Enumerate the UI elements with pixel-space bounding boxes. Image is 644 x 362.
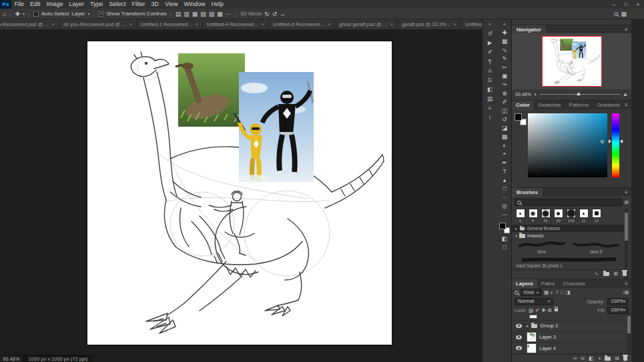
layer-name[interactable]: Layer 4 xyxy=(539,345,556,351)
tool-preset-caret-icon[interactable]: ▾ xyxy=(23,11,25,16)
tab-patterns[interactable]: Patterns xyxy=(565,101,593,110)
new-group-icon[interactable] xyxy=(603,272,609,276)
blend-mode-dropdown[interactable]: Normal▾ xyxy=(515,298,553,305)
brush-item-wide[interactable]: Hard Square 36 pixels 1 xyxy=(516,256,622,269)
smart-object-filter-icon[interactable]: ◨ xyxy=(566,289,571,295)
add-mask-icon[interactable]: ◧ xyxy=(589,355,594,361)
delete-brush-icon[interactable] xyxy=(623,271,627,276)
delete-layer-icon[interactable] xyxy=(623,356,627,361)
layer-row-partial[interactable] xyxy=(512,314,631,321)
frame-tool[interactable]: ▣ xyxy=(499,73,510,79)
color-field-marker[interactable] xyxy=(601,140,604,143)
tab-close-icon[interactable]: × xyxy=(196,22,198,27)
align-center-icon[interactable]: ▥ xyxy=(184,11,190,17)
color-panel-menu-icon[interactable]: ≡ xyxy=(625,102,628,108)
brush-preset[interactable]: 13 xyxy=(591,209,601,224)
character-panel-icon[interactable]: A xyxy=(485,67,495,74)
document-tab[interactable]: Untitled-6 Recovered…× xyxy=(269,19,335,29)
tab-close-icon[interactable]: × xyxy=(328,22,330,27)
target-caret-icon[interactable]: ▾ xyxy=(87,11,89,16)
navigator-zoom-slider[interactable] xyxy=(540,94,620,95)
workspace-switcher-icon[interactable]: ▦ xyxy=(621,11,627,17)
scrollbar-thumb[interactable] xyxy=(627,316,631,333)
brush-preset[interactable]: 20 xyxy=(553,209,563,224)
tab-gradients[interactable]: Gradients xyxy=(593,101,624,110)
tab-close-icon[interactable]: × xyxy=(390,22,393,27)
document-tab[interactable]: ghost geraft.psd @ …× xyxy=(335,19,398,29)
path-select-tool[interactable]: ▴ xyxy=(499,177,510,183)
move-tool[interactable]: ✚ xyxy=(499,29,510,36)
visibility-toggle[interactable] xyxy=(515,321,524,331)
layer-thumbnail[interactable] xyxy=(527,332,537,342)
document-tab[interactable]: Untitled-1 @ 66.7%…× xyxy=(461,19,482,29)
brush-settings-icon[interactable]: ⊞ xyxy=(625,199,629,205)
lock-all-icon[interactable] xyxy=(555,309,558,311)
new-group-icon[interactable] xyxy=(605,357,611,361)
info-panel-icon[interactable]: i xyxy=(485,114,495,121)
layer-row[interactable]: Layer 4 xyxy=(512,343,631,354)
document-tab[interactable]: …design-Recovered.psd @ …× xyxy=(0,19,59,29)
hand-tool[interactable]: ☜ xyxy=(499,194,510,201)
quick-mask-icon[interactable]: ◧ xyxy=(499,235,510,242)
stroke-preview-toggle-icon[interactable]: ∿ xyxy=(594,271,598,277)
history-brush-tool[interactable]: ↺ xyxy=(499,116,510,123)
link-layers-icon[interactable]: ∞ xyxy=(573,355,577,361)
menu-file[interactable]: File xyxy=(11,0,27,9)
lock-artboard-icon[interactable]: ⊞ xyxy=(548,307,552,313)
adjustment-layer-icon[interactable]: ◑ xyxy=(597,355,601,361)
navigator-title[interactable]: Navigator xyxy=(512,25,546,34)
filter-toggle[interactable] xyxy=(623,291,629,295)
tab-swatches[interactable]: Swatches xyxy=(534,101,565,110)
color-panel-swatches[interactable] xyxy=(515,113,527,125)
hue-slider-left-arrow-icon[interactable] xyxy=(609,139,611,143)
menu-edit[interactable]: Edit xyxy=(27,0,44,9)
menu-filter[interactable]: Filter xyxy=(129,0,148,9)
layers-panel-menu-icon[interactable]: ≡ xyxy=(625,281,628,287)
actions-panel-icon[interactable]: ▶ xyxy=(485,39,495,46)
distribute-bottom-icon[interactable]: ▩ xyxy=(217,11,223,17)
tab-close-icon[interactable]: × xyxy=(454,22,456,27)
distribute-top-icon[interactable]: ▧ xyxy=(200,11,206,17)
menu-window[interactable]: Window xyxy=(181,0,208,9)
marquee-tool[interactable]: ▦ xyxy=(499,38,510,45)
new-brush-icon[interactable]: ⊞ xyxy=(614,271,618,277)
layers-scrollbar[interactable] xyxy=(627,314,631,354)
menu-view[interactable]: View xyxy=(162,0,181,9)
zoom-level-field[interactable]: 90.48% xyxy=(3,356,19,362)
hue-slider-right-arrow-icon[interactable] xyxy=(620,139,623,143)
auto-select-checkbox[interactable] xyxy=(33,11,39,17)
brush-group-row-selected[interactable]: ▸ General Brushes xyxy=(512,225,624,232)
layer-name[interactable]: Group 2 xyxy=(540,323,558,329)
adjustment-filter-icon[interactable]: ◐ xyxy=(551,289,554,295)
type-tool[interactable]: T xyxy=(499,168,510,175)
lock-position-icon[interactable]: ✚ xyxy=(541,307,545,313)
document-tab[interactable]: Untitled-4 Recovered…× xyxy=(203,19,269,29)
search-icon[interactable] xyxy=(614,12,618,16)
brushes-title[interactable]: Brushes xyxy=(512,188,543,197)
document-tab[interactable]: Untitled-1 Recovered…× xyxy=(137,19,203,29)
collapse-caret-icon[interactable]: ▾ xyxy=(515,233,517,238)
menu-type[interactable]: Type xyxy=(87,0,107,9)
eyedropper-tool[interactable]: ✑ xyxy=(499,81,510,88)
foreground-color-swatch[interactable] xyxy=(515,113,522,121)
scrollbar-thumb[interactable] xyxy=(625,213,628,241)
brush-preset[interactable]: 41 xyxy=(541,209,551,224)
move-tool-icon[interactable]: ✚ xyxy=(15,11,20,17)
crop-tool[interactable]: ✂ xyxy=(499,64,510,71)
zoom-tool[interactable]: ◎ xyxy=(499,203,510,209)
minimize-button[interactable]: – xyxy=(608,0,620,9)
document-tab[interactable]: geraft.psd @ 33.3%…× xyxy=(398,19,461,29)
adjustments-panel-icon[interactable]: ◧ xyxy=(485,86,495,93)
home-icon[interactable]: ⌂ xyxy=(3,11,6,17)
auto-select-target-dropdown[interactable]: Layer xyxy=(71,11,85,17)
kind-filter-dropdown[interactable]: Kind▾ xyxy=(521,289,542,296)
visibility-toggle[interactable] xyxy=(515,343,524,353)
tab-color[interactable]: Color xyxy=(512,101,534,110)
menu-help[interactable]: Help xyxy=(208,0,227,9)
canvas[interactable] xyxy=(87,41,392,345)
gradient-tool[interactable]: ▩ xyxy=(499,133,510,140)
align-right-icon[interactable]: ▦ xyxy=(192,11,198,17)
edit-toolbar-icon[interactable]: ⋯ xyxy=(499,211,510,218)
eraser-tool[interactable]: ◪ xyxy=(499,125,510,131)
tab-channels[interactable]: Channels xyxy=(559,279,589,289)
